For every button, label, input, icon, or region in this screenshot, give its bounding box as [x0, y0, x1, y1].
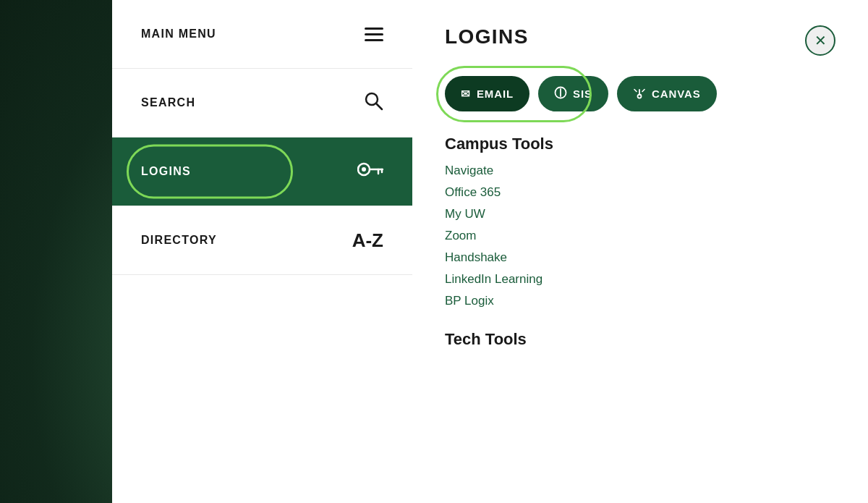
campus-tools-list: Navigate Office 365 My UW Zoom Handshake… [445, 164, 835, 308]
sis-icon [554, 86, 567, 101]
zoom-link[interactable]: Zoom [445, 229, 476, 242]
az-icon: A-Z [352, 229, 383, 252]
svg-point-0 [366, 93, 378, 105]
search-menu-item[interactable]: SEARCH [112, 69, 412, 138]
list-item: My UW [445, 207, 835, 221]
sis-button-label: SIS [573, 88, 592, 100]
myuw-link[interactable]: My UW [445, 207, 485, 221]
directory-label: DIRECTORY [141, 206, 217, 274]
email-button-label: EMAIL [477, 88, 514, 100]
handshake-link[interactable]: Handshake [445, 250, 507, 264]
main-menu-label: MAIN MENU [141, 0, 216, 68]
close-icon: ✕ [814, 33, 827, 48]
tech-tools-title: Tech Tools [445, 330, 835, 349]
svg-line-1 [377, 104, 383, 110]
email-icon: ✉ [461, 88, 471, 101]
list-item: Handshake [445, 250, 835, 265]
linkedin-learning-link[interactable]: LinkedIn Learning [445, 272, 542, 286]
left-navigation-panel: MAIN MENU SEARCH LOGINS [112, 0, 412, 503]
search-icon [363, 90, 383, 115]
logins-label: LOGINS [141, 138, 191, 206]
sis-login-button[interactable]: SIS [538, 76, 608, 111]
directory-menu-item[interactable]: DIRECTORY A-Z [112, 206, 412, 275]
panel-title: LOGINS [445, 25, 529, 48]
campus-tools-title: Campus Tools [445, 135, 835, 153]
canvas-login-button[interactable]: CANVAS [617, 76, 717, 111]
canvas-button-label: CANVAS [652, 88, 701, 100]
login-buttons-row: ✉ EMAIL SIS CANVAS [445, 76, 835, 111]
main-menu-item[interactable]: MAIN MENU [112, 0, 412, 69]
office365-link[interactable]: Office 365 [445, 185, 501, 199]
list-item: Zoom [445, 229, 835, 243]
logins-menu-item[interactable]: LOGINS [112, 138, 412, 206]
logins-panel: LOGINS ✕ ✉ EMAIL SIS [412, 0, 868, 503]
hamburger-icon [365, 28, 383, 41]
close-button[interactable]: ✕ [805, 25, 835, 56]
email-login-button[interactable]: ✉ EMAIL [445, 76, 529, 111]
list-item: Office 365 [445, 185, 835, 200]
campus-tools-section: Campus Tools Navigate Office 365 My UW Z… [445, 135, 835, 308]
svg-line-12 [642, 90, 644, 92]
list-item: Navigate [445, 164, 835, 178]
bp-logix-link[interactable]: BP Logix [445, 294, 494, 308]
svg-point-3 [362, 167, 366, 172]
svg-line-11 [634, 90, 637, 92]
list-item: LinkedIn Learning [445, 272, 835, 287]
key-icon [357, 161, 383, 182]
panel-header: LOGINS ✕ [445, 25, 835, 56]
canvas-icon [633, 86, 646, 101]
tech-tools-section: Tech Tools [445, 330, 835, 349]
navigate-link[interactable]: Navigate [445, 164, 493, 177]
search-label: SEARCH [141, 69, 195, 137]
list-item: BP Logix [445, 294, 835, 308]
